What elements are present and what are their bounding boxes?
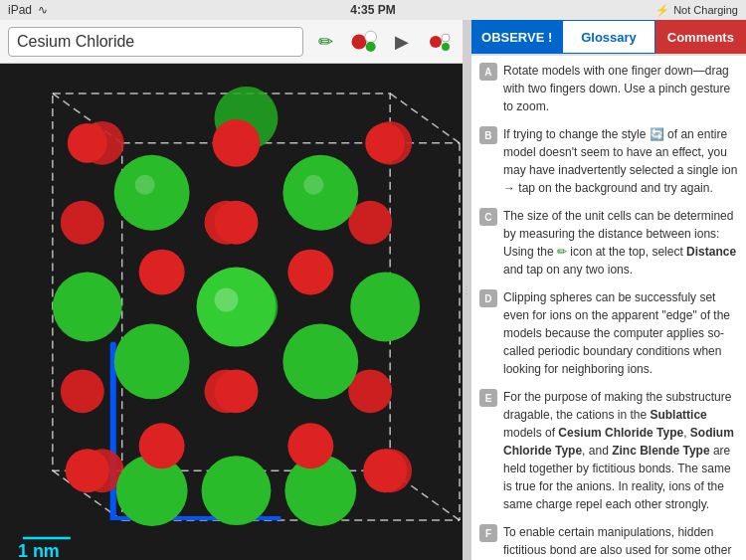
label-a: A — [479, 63, 497, 81]
svg-point-32 — [282, 155, 358, 231]
pencil-icon: ✏ — [318, 31, 333, 53]
svg-point-2 — [366, 42, 376, 52]
wifi-icon: ∿ — [38, 3, 48, 17]
section-c: C The size of the unit cells can be dete… — [479, 207, 738, 279]
label-e: E — [479, 389, 497, 407]
text-c: The size of the unit cells can be determ… — [503, 207, 738, 279]
panel-divider[interactable]: ⋮ — [463, 20, 470, 560]
section-d: D Clipping spheres can be successfuly se… — [479, 288, 738, 378]
left-panel: Cesium Chloride ✏ ▶ — [0, 20, 463, 560]
svg-point-35 — [53, 273, 122, 342]
svg-point-36 — [350, 273, 420, 342]
svg-point-34 — [282, 323, 358, 399]
molecule-visualization: 1 nm — [0, 64, 463, 560]
svg-point-5 — [442, 43, 450, 51]
svg-point-1 — [365, 31, 377, 43]
svg-point-3 — [430, 36, 442, 48]
tab-comments[interactable]: Comments — [655, 20, 746, 54]
status-right: ⚡ Not Charging — [655, 4, 738, 17]
svg-point-39 — [68, 123, 107, 163]
info-icon — [429, 31, 451, 53]
tab-glossary[interactable]: Glossary — [562, 20, 654, 54]
section-f: F To enable certain manipulations, hidde… — [479, 523, 738, 560]
status-bar: iPad ∿ 4:35 PM ⚡ Not Charging — [0, 0, 746, 20]
svg-point-26 — [61, 369, 104, 413]
tab-observe[interactable]: OBSERVE ! — [471, 20, 562, 54]
section-e: E For the purpose of making the substruc… — [479, 388, 738, 513]
svg-point-0 — [351, 34, 366, 49]
svg-point-37 — [202, 456, 272, 525]
svg-text:1  nm: 1 nm — [18, 541, 60, 560]
svg-point-49 — [139, 423, 185, 468]
svg-point-54 — [303, 175, 323, 195]
label-c: C — [479, 208, 497, 226]
svg-point-50 — [287, 423, 333, 468]
molecule-icon — [349, 28, 379, 56]
molecule-title: Cesium Chloride — [8, 27, 303, 57]
tab-bar: OBSERVE ! Glossary Comments — [471, 20, 746, 56]
section-a: A Rotate models with one finger down—dra… — [479, 62, 738, 115]
edit-button[interactable]: ✏ — [311, 27, 341, 57]
text-d: Clipping spheres can be successfuly set … — [503, 288, 738, 378]
svg-point-25 — [61, 201, 104, 245]
text-e: For the purpose of making the substructu… — [503, 388, 738, 513]
svg-point-41 — [215, 201, 259, 245]
molecule-button[interactable] — [349, 27, 379, 57]
section-b: B If trying to change the style 🔄 of an … — [479, 125, 738, 197]
right-panel: OBSERVE ! Glossary Comments A Rotate mod… — [470, 20, 746, 560]
text-f: To enable certain manipulations, hidden … — [503, 523, 738, 560]
text-b: If trying to change the style 🔄 of an en… — [503, 125, 738, 197]
svg-point-52 — [215, 288, 239, 312]
label-f: F — [479, 524, 497, 542]
label-d: D — [479, 289, 497, 307]
status-time: 4:35 PM — [350, 3, 395, 17]
svg-point-38 — [213, 119, 261, 167]
svg-point-53 — [135, 175, 155, 195]
svg-point-42 — [215, 369, 259, 413]
charging-label: Not Charging — [673, 4, 738, 16]
text-a: Rotate models with one finger down—drag … — [503, 62, 738, 115]
svg-point-43 — [66, 449, 109, 492]
svg-point-47 — [139, 250, 185, 295]
svg-point-33 — [114, 323, 190, 399]
svg-point-31 — [114, 155, 190, 231]
battery-icon: ⚡ — [655, 4, 669, 17]
svg-point-4 — [442, 34, 450, 42]
molecule-canvas[interactable]: 1 nm — [0, 64, 463, 560]
svg-point-48 — [287, 250, 333, 295]
status-left: iPad ∿ — [8, 3, 48, 17]
svg-point-44 — [363, 449, 407, 492]
ipad-label: iPad — [8, 3, 32, 17]
arrow-icon: ▶ — [395, 31, 409, 53]
content-area[interactable]: A Rotate models with one finger down—dra… — [471, 56, 746, 560]
main-layout: Cesium Chloride ✏ ▶ — [0, 20, 746, 560]
toolbar: Cesium Chloride ✏ ▶ — [0, 20, 463, 64]
svg-point-40 — [365, 123, 405, 163]
info-button[interactable] — [425, 27, 455, 57]
forward-button[interactable]: ▶ — [387, 27, 417, 57]
svg-point-51 — [197, 268, 277, 347]
label-b: B — [479, 126, 497, 144]
